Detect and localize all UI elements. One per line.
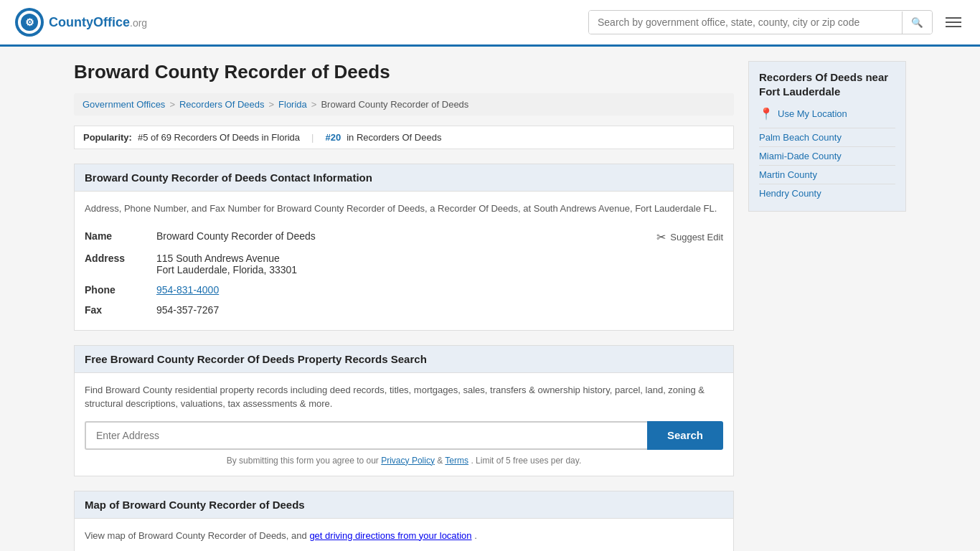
use-location-label: Use My Location (778, 108, 847, 119)
property-search-header: Free Broward County Recorder Of Deeds Pr… (75, 346, 733, 373)
breadcrumb-florida[interactable]: Florida (278, 99, 307, 110)
popularity-label: Popularity: (83, 132, 132, 143)
contact-description: Address, Phone Number, and Fax Number fo… (85, 202, 723, 216)
sidebar-link-palm-beach[interactable]: Palm Beach County (759, 128, 895, 146)
property-search-form: Search (85, 421, 723, 450)
logo-icon: ⚙ (14, 7, 44, 37)
driving-directions-link[interactable]: get driving directions from your locatio… (309, 530, 471, 541)
use-my-location-link[interactable]: 📍 Use My Location (759, 107, 895, 121)
contact-section-header: Broward County Recorder of Deeds Contact… (75, 164, 733, 192)
header-right: 🔍 (588, 10, 966, 34)
popularity-bar: Popularity: #5 of 69 Recorders Of Deeds … (74, 126, 734, 149)
search-icon: 🔍 (911, 17, 923, 28)
hamburger-line-1 (946, 17, 961, 19)
map-period: . (474, 530, 477, 541)
address-input[interactable] (85, 421, 647, 450)
suggest-edit-icon: ✂ (656, 230, 666, 244)
contact-address-line2: Fort Lauderdale, Florida, 33301 (156, 264, 723, 276)
property-search-body: Find Broward County residential property… (75, 373, 733, 476)
contact-fax-row: Fax 954-357-7267 (85, 300, 723, 320)
contact-name-label: Name (85, 230, 156, 242)
breadcrumb-sep-1: > (169, 99, 175, 110)
main-wrapper: Broward County Recorder of Deeds Governm… (60, 47, 920, 551)
contact-name-row: Name Broward County Recorder of Deeds ✂ … (85, 226, 723, 248)
hamburger-line-3 (946, 26, 961, 27)
contact-phone-label: Phone (85, 284, 156, 296)
header-search-button[interactable]: 🔍 (902, 11, 932, 34)
sidebar-title: Recorders Of Deeds near Fort Lauderdale (759, 70, 895, 98)
contact-address-label: Address (85, 253, 156, 264)
content-area: Broward County Recorder of Deeds Governm… (74, 61, 734, 551)
location-pin-icon: 📍 (759, 107, 773, 121)
contact-address-row: Address 115 South Andrews Avenue Fort La… (85, 248, 723, 280)
svg-text:⚙: ⚙ (25, 17, 34, 28)
suggest-edit-label: Suggest Edit (670, 232, 723, 242)
contact-phone-value: 954-831-4000 (156, 284, 723, 296)
hamburger-line-2 (946, 22, 961, 23)
property-search-section: Free Broward County Recorder Of Deeds Pr… (74, 345, 734, 476)
map-section: Map of Broward County Recorder of Deeds … (74, 491, 734, 552)
popularity-rank2-label: #20 (325, 132, 341, 143)
breadcrumb: Government Offices > Recorders Of Deeds … (74, 93, 734, 116)
contact-phone-row: Phone 954-831-4000 (85, 280, 723, 300)
sidebar-link-miami-dade[interactable]: Miami-Dade County (759, 146, 895, 165)
property-search-description: Find Broward County residential property… (85, 383, 723, 411)
popularity-divider: | (311, 132, 314, 143)
popularity-rank2-suffix: in Recorders Of Deeds (347, 132, 441, 143)
form-disclaimer: By submitting this form you agree to our… (85, 456, 723, 466)
popularity-rank: #5 of 69 Recorders Of Deeds in Florida (138, 132, 300, 143)
contact-section: Broward County Recorder of Deeds Contact… (74, 164, 734, 331)
contact-address-line1: 115 South Andrews Avenue (156, 253, 723, 264)
contact-name-value: Broward County Recorder of Deeds (156, 230, 656, 242)
hamburger-menu-button[interactable] (941, 13, 966, 32)
contact-table: Name Broward County Recorder of Deeds ✂ … (85, 226, 723, 320)
site-header: ⚙ CountyOffice.org 🔍 (0, 0, 980, 47)
breadcrumb-sep-2: > (268, 99, 274, 110)
map-description: View map of Broward County Recorder of D… (85, 529, 723, 543)
breadcrumb-sep-3: > (311, 99, 317, 110)
disclaimer-text: By submitting this form you agree to our (227, 456, 379, 466)
map-section-header: Map of Broward County Recorder of Deeds (75, 491, 733, 519)
sidebar-link-martin[interactable]: Martin County (759, 165, 895, 184)
map-desc-text: View map of Broward County Recorder of D… (85, 530, 307, 541)
contact-section-body: Address, Phone Number, and Fax Number fo… (75, 192, 733, 330)
privacy-policy-link[interactable]: Privacy Policy (381, 456, 435, 466)
page-title: Broward County Recorder of Deeds (74, 61, 734, 83)
sidebar: Recorders Of Deeds near Fort Lauderdale … (748, 61, 906, 551)
logo-text: CountyOffice.org (49, 15, 147, 30)
contact-address-value: 115 South Andrews Avenue Fort Lauderdale… (156, 253, 723, 276)
sidebar-box: Recorders Of Deeds near Fort Lauderdale … (748, 61, 906, 212)
breadcrumb-recorders-of-deeds[interactable]: Recorders Of Deeds (179, 99, 265, 110)
disclaimer-limit: . Limit of 5 free uses per day. (471, 456, 581, 466)
contact-fax-label: Fax (85, 304, 156, 316)
search-submit-button[interactable]: Search (647, 421, 723, 450)
suggest-edit-button[interactable]: ✂ Suggest Edit (656, 230, 723, 244)
terms-link[interactable]: Terms (445, 456, 468, 466)
logo: ⚙ CountyOffice.org (14, 7, 147, 37)
breadcrumb-government-offices[interactable]: Government Offices (83, 99, 165, 110)
contact-fax-value: 954-357-7267 (156, 304, 723, 316)
breadcrumb-current: Broward County Recorder of Deeds (321, 99, 468, 110)
map-section-body: View map of Broward County Recorder of D… (75, 519, 733, 552)
header-search-container: 🔍 (588, 10, 933, 34)
sidebar-link-hendry[interactable]: Hendry County (759, 184, 895, 202)
header-search-input[interactable] (589, 11, 902, 34)
disclaimer-and: & (437, 456, 445, 466)
phone-link[interactable]: 954-831-4000 (156, 284, 219, 296)
